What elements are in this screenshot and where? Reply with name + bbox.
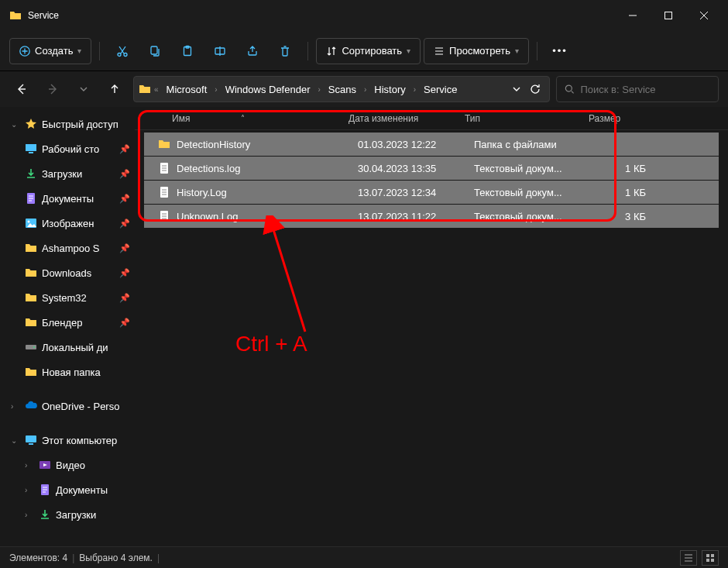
status-bar: Элементов: 4 | Выбрано 4 элем. | <box>0 546 728 568</box>
sidebar-item[interactable]: System32📌 <box>0 285 135 310</box>
svg-point-8 <box>565 85 572 91</box>
address-bar[interactable]: « Microsoft› Windows Defender› Scans› Hi… <box>133 76 550 102</box>
search-icon <box>565 84 574 95</box>
svg-rect-9 <box>26 144 36 151</box>
sidebar-item[interactable]: ›Видео <box>0 453 135 477</box>
cut-button[interactable] <box>108 38 137 64</box>
minimize-button[interactable] <box>615 0 651 31</box>
status-selected: Выбрано 4 элем. <box>79 553 153 563</box>
pc-icon <box>25 434 37 446</box>
file-row[interactable]: DetectionHistory01.03.2023 12:22Папка с … <box>144 133 719 156</box>
icons-view-button[interactable] <box>702 550 719 566</box>
back-button[interactable] <box>9 77 34 102</box>
view-label: Просмотреть <box>449 45 510 57</box>
view-button[interactable]: Просмотреть ▾ <box>424 38 529 64</box>
column-date[interactable]: Дата изменения <box>349 113 465 124</box>
more-button[interactable]: ••• <box>545 38 575 64</box>
sidebar-item[interactable]: Документы📌 <box>0 186 135 211</box>
svg-rect-26 <box>706 559 709 562</box>
new-button[interactable]: Создать ▾ <box>9 38 91 64</box>
recent-dropdown[interactable] <box>71 77 96 102</box>
maximize-button[interactable] <box>651 0 686 31</box>
file-row[interactable]: History.Log13.07.2023 12:34Текстовый док… <box>144 181 719 204</box>
clipboard-icon <box>181 45 194 57</box>
annotation-arrow <box>259 215 321 339</box>
breadcrumb-item[interactable]: Service <box>419 81 462 98</box>
nav-row: « Microsoft› Windows Defender› Scans› Hi… <box>0 71 728 107</box>
plus-icon <box>19 46 30 57</box>
copy-button[interactable] <box>140 38 170 64</box>
svg-rect-24 <box>706 554 709 557</box>
svg-rect-16 <box>26 435 36 442</box>
scissors-icon <box>116 45 129 57</box>
file-row[interactable]: Detections.log30.04.2023 13:35Текстовый … <box>144 157 719 180</box>
status-count: Элементов: 4 <box>9 553 67 563</box>
chevron-down-icon[interactable] <box>512 84 521 94</box>
svg-rect-25 <box>711 554 714 557</box>
cloud-icon <box>25 400 37 412</box>
column-headers: Имя˄ Дата изменения Тип Размер <box>135 107 728 130</box>
forward-button[interactable] <box>40 77 65 102</box>
share-button[interactable] <box>238 38 267 64</box>
sort-label: Сортировать <box>342 45 402 57</box>
star-icon <box>25 118 37 130</box>
paste-button[interactable] <box>173 38 202 64</box>
titlebar: Service <box>0 0 728 31</box>
svg-point-15 <box>33 346 35 348</box>
sidebar-this-pc[interactable]: ⌄Этот компьютер <box>0 428 135 453</box>
breadcrumb-item[interactable]: Microsoft <box>162 81 212 98</box>
column-type[interactable]: Тип <box>465 113 589 124</box>
up-button[interactable] <box>102 77 127 102</box>
svg-rect-17 <box>29 443 33 445</box>
sidebar-item[interactable]: Downloads📌 <box>0 260 135 285</box>
window-title: Service <box>28 10 59 21</box>
svg-point-2 <box>118 53 121 56</box>
column-name[interactable]: Имя˄ <box>149 113 349 124</box>
copy-icon <box>149 45 161 57</box>
refresh-icon[interactable] <box>529 83 541 95</box>
svg-point-3 <box>124 53 127 56</box>
rename-button[interactable] <box>205 38 235 64</box>
svg-line-23 <box>273 227 305 332</box>
svg-rect-0 <box>665 12 672 19</box>
sidebar-item[interactable]: ›Документы <box>0 477 135 502</box>
file-list: DetectionHistory01.03.2023 12:22Папка с … <box>135 130 728 230</box>
folder-icon <box>139 83 151 95</box>
sidebar: ⌄Быстрый доступ Рабочий сто📌Загрузки📌Док… <box>0 107 135 546</box>
rename-icon <box>214 45 226 57</box>
column-size[interactable]: Размер <box>589 113 651 124</box>
sidebar-item[interactable]: Рабочий сто📌 <box>0 136 135 161</box>
annotation-label: Ctrl + A <box>235 332 307 356</box>
sort-button[interactable]: Сортировать ▾ <box>316 38 421 64</box>
sidebar-item[interactable]: Новая папка <box>0 360 135 384</box>
folder-icon <box>9 9 22 22</box>
sidebar-quick-access[interactable]: ⌄Быстрый доступ <box>0 112 135 136</box>
close-button[interactable] <box>686 0 722 31</box>
sort-icon <box>326 46 337 57</box>
breadcrumb-item[interactable]: Windows Defender <box>221 81 315 98</box>
sidebar-item[interactable]: Ashampoo S📌 <box>0 236 135 260</box>
breadcrumb-item[interactable]: History <box>369 81 410 98</box>
sidebar-item[interactable]: Изображен📌 <box>0 211 135 236</box>
new-button-label: Создать <box>35 45 73 57</box>
view-icon <box>434 46 445 57</box>
svg-rect-10 <box>29 152 33 153</box>
share-icon <box>246 45 259 57</box>
svg-rect-27 <box>711 559 714 562</box>
sidebar-item[interactable]: Блендер📌 <box>0 310 135 335</box>
file-row[interactable]: Unknown.Log13.07.2023 11:22Текстовый док… <box>144 205 719 228</box>
svg-rect-4 <box>151 46 157 54</box>
toolbar: Создать ▾ Сортировать ▾ Просмотреть ▾ ••… <box>0 31 728 71</box>
sidebar-item[interactable]: Локальный ди <box>0 335 135 360</box>
details-view-button[interactable] <box>680 550 697 566</box>
breadcrumb-item[interactable]: Scans <box>324 81 361 98</box>
sidebar-onedrive[interactable]: ›OneDrive - Perso <box>0 394 135 418</box>
trash-icon <box>279 45 291 57</box>
search-input[interactable] <box>580 84 710 95</box>
file-area: Имя˄ Дата изменения Тип Размер Detection… <box>135 107 728 546</box>
search-box[interactable] <box>556 76 719 102</box>
sidebar-item[interactable]: ›Загрузки <box>0 502 135 527</box>
explorer-window: Service Создать ▾ Сортировать ▾ Просмотр… <box>0 0 728 568</box>
delete-button[interactable] <box>270 38 300 64</box>
sidebar-item[interactable]: Загрузки📌 <box>0 161 135 186</box>
